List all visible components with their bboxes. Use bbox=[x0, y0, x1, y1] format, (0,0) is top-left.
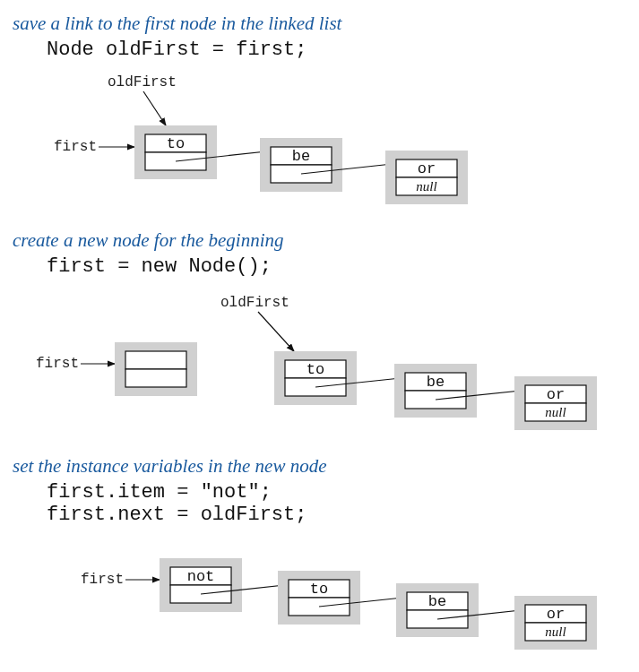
node-1-item: not bbox=[187, 568, 215, 585]
step3-caption: set the instance variables in the new no… bbox=[13, 455, 630, 478]
node-1: to bbox=[134, 125, 217, 179]
node-1 bbox=[115, 342, 197, 396]
node-2: to bbox=[274, 351, 357, 405]
node-3: or null bbox=[385, 151, 468, 204]
first-label: first bbox=[54, 139, 97, 155]
node-3: be bbox=[396, 583, 479, 637]
node-4-item: or bbox=[547, 386, 565, 403]
node-4-next: null bbox=[545, 625, 566, 639]
node-4-next: null bbox=[545, 405, 566, 419]
node-2: to bbox=[278, 571, 360, 625]
step2-code: first = new Node(); bbox=[47, 255, 630, 278]
node-2-item: to bbox=[307, 361, 324, 378]
first-label: first bbox=[36, 356, 79, 372]
step2-diagram: oldFirst first to be or null bbox=[9, 287, 630, 439]
step1-caption: save a link to the first node in the lin… bbox=[13, 13, 630, 35]
node-4: or null bbox=[514, 376, 597, 430]
node-4: or null bbox=[514, 596, 597, 650]
oldfirst-label: oldFirst bbox=[220, 295, 289, 311]
svg-rect-11 bbox=[125, 369, 186, 387]
svg-rect-10 bbox=[125, 351, 186, 369]
first-label: first bbox=[81, 572, 124, 588]
node-3-item: or bbox=[418, 160, 436, 177]
step3-diagram: first not to be or null bbox=[9, 535, 630, 669]
oldfirst-label: oldFirst bbox=[108, 74, 177, 90]
node-3-item: be bbox=[428, 593, 446, 610]
step1-code: Node oldFirst = first; bbox=[47, 39, 630, 61]
step1-diagram: oldFirst first to be or null bbox=[9, 70, 630, 213]
node-3-next: null bbox=[416, 179, 436, 194]
node-1: not bbox=[160, 558, 242, 612]
node-3: be bbox=[394, 364, 477, 418]
node-2-item: be bbox=[292, 148, 310, 165]
oldfirst-arrow bbox=[143, 91, 166, 125]
node-4-item: or bbox=[547, 606, 565, 623]
node-2: be bbox=[260, 138, 342, 192]
node-3-item: be bbox=[427, 374, 445, 391]
node-2-item: to bbox=[310, 581, 328, 598]
oldfirst-arrow bbox=[258, 312, 294, 351]
step2-caption: create a new node for the beginning bbox=[13, 229, 630, 252]
step3-code: first.item = "not"; first.next = oldFirs… bbox=[47, 481, 630, 526]
node-1-item: to bbox=[167, 135, 185, 152]
